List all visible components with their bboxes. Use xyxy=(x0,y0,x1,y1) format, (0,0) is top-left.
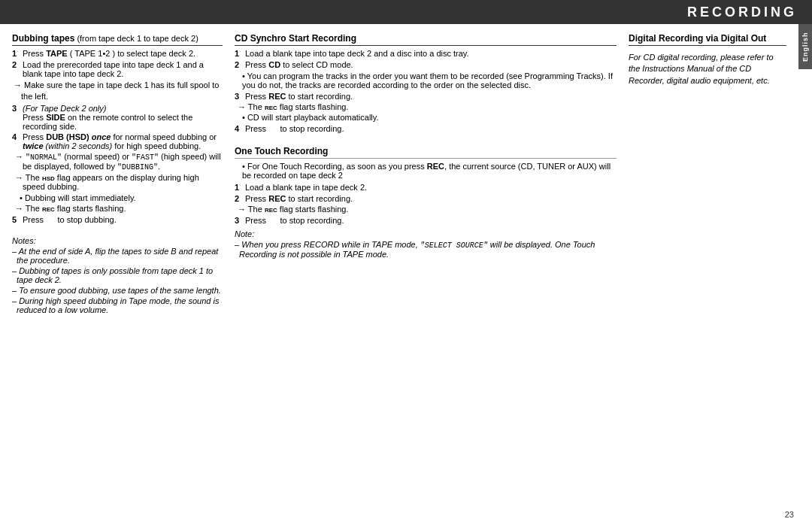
notes-label: Notes: xyxy=(12,236,223,245)
dubbing-title: Dubbing tapes xyxy=(12,33,74,44)
ot-step-3: 3 Press to stop recording. xyxy=(235,216,617,225)
digital-text: For CD digital recording, please refer t… xyxy=(629,52,786,86)
cd-step-1: 1 Load a blank tape into tape deck 2 and… xyxy=(235,49,617,58)
ot-note: – When you press RECORD while in TAPE mo… xyxy=(235,240,617,259)
dubbing-bullet1: • Dubbing will start immediately. xyxy=(12,193,223,202)
ot-step-1: 1 Load a blank tape in tape deck 2. xyxy=(235,183,617,192)
cd-bullet: • You can program the tracks in the orde… xyxy=(235,71,617,90)
step-2: 2 Load the prerecorded tape into tape de… xyxy=(12,60,223,78)
step-1: 1 Press TAPE ( TAPE 1•2 ) to select tape… xyxy=(12,49,223,58)
cd-synchro-heading: CD Synchro Start Recording xyxy=(235,33,617,46)
cd-step-3-arrow: → The rec flag starts flashing. xyxy=(235,102,617,111)
page-title: RECORDING xyxy=(687,5,797,20)
cd-step-3: 3 Press REC to start recording. xyxy=(235,92,617,101)
ot-step-2: 2 Press REC to start recording. xyxy=(235,194,617,203)
step-5: 5 Press to stop dubbing. xyxy=(12,215,223,224)
cd-step-3-bullet: • CD will start playback automatically. xyxy=(235,113,617,122)
step-3: 3 (For Tape Deck 2 only)Press SIDE on th… xyxy=(12,104,223,131)
step-4: 4 Press DUB (HSD) once for normal speed … xyxy=(12,132,223,150)
ot-step-2-arrow: → The rec flag starts flashing. xyxy=(235,205,617,214)
page-number: 23 xyxy=(785,510,794,519)
ot-note-label: Note: xyxy=(235,229,617,238)
dubbing-bullet-arrow: → The rec flag starts flashing. xyxy=(12,204,223,213)
one-touch-bullet: • For One Touch Recording, as soon as yo… xyxy=(235,162,617,180)
cd-step-2: 2 Press CD to select CD mode. xyxy=(235,60,617,69)
dubbing-steps: 1 Press TAPE ( TAPE 1•2 ) to select tape… xyxy=(12,49,223,227)
header: RECORDING xyxy=(0,0,812,24)
left-column: Dubbing tapes (from tape deck 1 to tape … xyxy=(12,33,223,498)
notes-section: Notes: – At the end of side A, flip the … xyxy=(12,232,223,316)
cd-step-4: 4 Press to stop recording. xyxy=(235,124,617,133)
step-4-arrow2: → The hsd flag appears on the display du… xyxy=(12,173,223,191)
center-column: CD Synchro Start Recording 1 Load a blan… xyxy=(235,33,617,498)
note-2: – Dubbing of tapes is only possible from… xyxy=(12,266,223,284)
one-touch-heading: One Touch Recording xyxy=(235,146,617,159)
note-3: – To ensure good dubbing, use tapes of t… xyxy=(12,286,223,295)
note-1: – At the end of side A, flip the tapes t… xyxy=(12,247,223,265)
dubbing-subtitle: (from tape deck 1 to tape deck 2) xyxy=(74,34,198,43)
digital-recording-column: Digital Recording via Digital Out For CD… xyxy=(629,33,786,498)
right-section: CD Synchro Start Recording 1 Load a blan… xyxy=(235,33,786,498)
step-4-arrow1: → "NORMAL" (normal speed) or "FAST" (hig… xyxy=(12,152,223,171)
step-2-arrow: → Make sure the tape in tape deck 1 has … xyxy=(12,80,223,102)
dubbing-heading: Dubbing tapes (from tape deck 1 to tape … xyxy=(12,33,223,46)
cd-synchro-section: CD Synchro Start Recording 1 Load a blan… xyxy=(235,33,617,135)
digital-heading: Digital Recording via Digital Out xyxy=(629,33,786,46)
main-content: Dubbing tapes (from tape deck 1 to tape … xyxy=(0,24,798,504)
english-tab: English xyxy=(798,24,812,69)
one-touch-section: One Touch Recording • For One Touch Reco… xyxy=(235,140,617,259)
note-4: – During high speed dubbing in Tape mode… xyxy=(12,296,223,314)
